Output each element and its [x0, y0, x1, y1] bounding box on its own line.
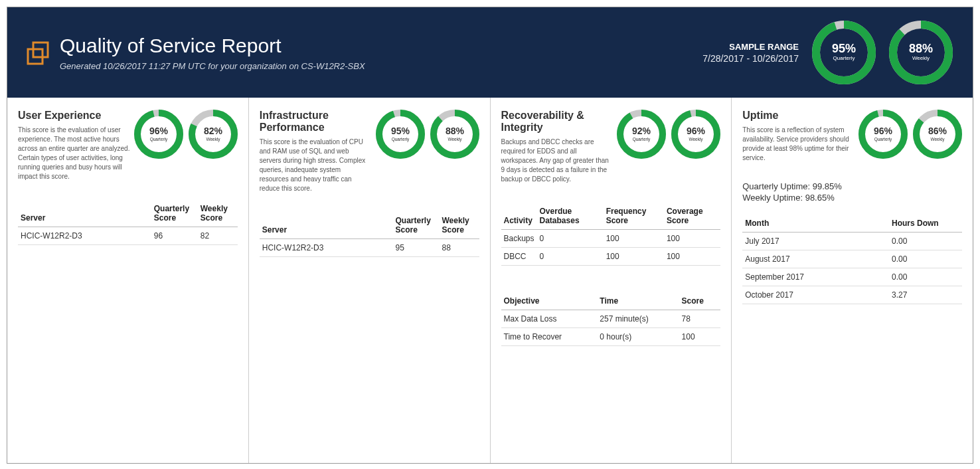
gauge-infra-weekly: 88%Weekly [430, 110, 479, 159]
gauge-recov-weekly: 96%Weekly [671, 110, 720, 159]
th-qscore: Quarterly Score [151, 200, 198, 227]
header-titles: Quality of Service Report Generated 10/2… [60, 35, 365, 71]
logo-icon [24, 40, 53, 69]
sample-range-dates: 7/28/2017 - 10/26/2017 [702, 53, 799, 64]
th-overdue: Overdue Databases [537, 203, 604, 230]
recov-desc: Backups and DBCC checks are required for… [501, 138, 613, 184]
ux-title: User Experience [18, 110, 130, 122]
svg-text:Weekly: Weekly [930, 137, 945, 142]
th-server: Server [18, 200, 151, 227]
th-time: Time [597, 292, 679, 310]
table-row: HCIC-W12R2-D3 95 88 [260, 239, 479, 257]
svg-text:88%: 88% [445, 126, 464, 136]
th-wscore: Weekly Score [440, 212, 479, 239]
th-qscore: Quarterly Score [393, 212, 440, 239]
uptime-table: Month Hours Down July 2017 0.00 August 2… [742, 215, 962, 304]
svg-text:Quarterly: Quarterly [149, 137, 167, 142]
svg-text:Weekly: Weekly [448, 137, 462, 142]
svg-text:Weekly: Weekly [206, 137, 220, 142]
gauge-header-weekly: 88%Weekly [889, 21, 953, 84]
ux-table: Server Quarterly Score Weekly Score HCIC… [18, 200, 238, 245]
recov-activity-table: Activity Overdue Databases Frequency Sco… [501, 203, 721, 266]
th-score: Score [679, 292, 721, 310]
uptime-summary: Quarterly Uptime: 99.85% Weekly Uptime: … [742, 181, 962, 203]
svg-text:95%: 95% [832, 42, 856, 55]
th-server: Server [260, 212, 393, 239]
svg-text:86%: 86% [928, 126, 947, 136]
svg-text:Quarterly: Quarterly [633, 137, 651, 142]
table-row: Max Data Loss 257 minute(s) 78 [501, 310, 721, 328]
panel-infrastructure: Infrastructure Performance This score is… [249, 98, 491, 463]
svg-text:88%: 88% [909, 42, 933, 55]
gauge-recov-quarterly: 92%Quarterly [617, 110, 666, 159]
svg-text:Weekly: Weekly [912, 55, 930, 61]
svg-text:96%: 96% [687, 126, 706, 136]
gauge-uptime-quarterly: 96%Quarterly [858, 110, 908, 159]
report-subtitle: Generated 10/26/2017 11:27 PM UTC for yo… [60, 61, 365, 71]
th-hours: Hours Down [889, 215, 962, 233]
table-row: DBCC 0 100 100 [501, 248, 721, 266]
table-row: Time to Recover 0 hour(s) 100 [501, 328, 721, 346]
report-container: Quality of Service Report Generated 10/2… [7, 7, 973, 464]
svg-text:95%: 95% [390, 126, 410, 136]
gauge-uptime-weekly: 86%Weekly [913, 110, 962, 159]
gauge-ux-quarterly: 96%Quarterly [134, 110, 183, 159]
svg-text:96%: 96% [149, 126, 169, 136]
gauge-infra-quarterly: 95%Quarterly [376, 110, 425, 159]
report-title: Quality of Service Report [60, 35, 365, 57]
sample-range-label: SAMPLE RANGE [702, 42, 799, 52]
th-objective: Objective [501, 292, 598, 310]
sample-range: SAMPLE RANGE 7/28/2017 - 10/26/2017 [702, 42, 799, 64]
table-row: August 2017 0.00 [742, 250, 962, 268]
panel-recoverability: Recoverability & Integrity Backups and D… [491, 98, 732, 463]
th-freq: Frequency Score [604, 203, 664, 230]
table-row: July 2017 0.00 [742, 233, 962, 250]
quarterly-uptime-line: Quarterly Uptime: 99.85% [742, 181, 962, 191]
recov-title: Recoverability & Integrity [501, 110, 613, 134]
svg-text:Weekly: Weekly [689, 137, 704, 142]
svg-text:96%: 96% [874, 126, 893, 136]
gauge-ux-weekly: 82%Weekly [189, 110, 238, 159]
weekly-uptime-line: Weekly Uptime: 98.65% [742, 193, 962, 203]
th-month: Month [742, 215, 889, 233]
gauge-header-quarterly: 95%Quarterly [812, 21, 876, 84]
svg-text:Quarterly: Quarterly [874, 137, 892, 142]
header-right: SAMPLE RANGE 7/28/2017 - 10/26/2017 95%Q… [702, 21, 953, 84]
panel-user-experience: User Experience This score is the evalua… [7, 98, 249, 463]
infra-desc: This score is the evaluation of CPU and … [260, 138, 372, 193]
infra-title: Infrastructure Performance [260, 110, 372, 134]
svg-text:Quarterly: Quarterly [391, 137, 409, 142]
ux-desc: This score is the evaluation of user exp… [18, 126, 130, 181]
table-row: September 2017 0.00 [742, 268, 962, 286]
panel-uptime: Uptime This score is a reflection of sys… [732, 98, 973, 463]
table-row: Backups 0 100 100 [501, 230, 721, 248]
infra-table: Server Quarterly Score Weekly Score HCIC… [260, 212, 479, 257]
report-header: Quality of Service Report Generated 10/2… [7, 7, 973, 98]
th-cov: Coverage Score [664, 203, 720, 230]
th-activity: Activity [501, 203, 537, 230]
table-row: HCIC-W12R2-D3 96 82 [18, 227, 238, 245]
th-wscore: Weekly Score [198, 200, 238, 227]
svg-text:82%: 82% [204, 126, 223, 136]
svg-text:92%: 92% [632, 126, 651, 136]
table-row: October 2017 3.27 [742, 286, 962, 304]
recov-objective-table: Objective Time Score Max Data Loss 257 m… [501, 292, 721, 346]
svg-text:Quarterly: Quarterly [833, 55, 855, 61]
uptime-desc: This score is a reflection of system ava… [742, 126, 855, 163]
report-body: User Experience This score is the evalua… [7, 98, 973, 463]
uptime-title: Uptime [742, 110, 855, 122]
header-left: Quality of Service Report Generated 10/2… [24, 35, 365, 71]
